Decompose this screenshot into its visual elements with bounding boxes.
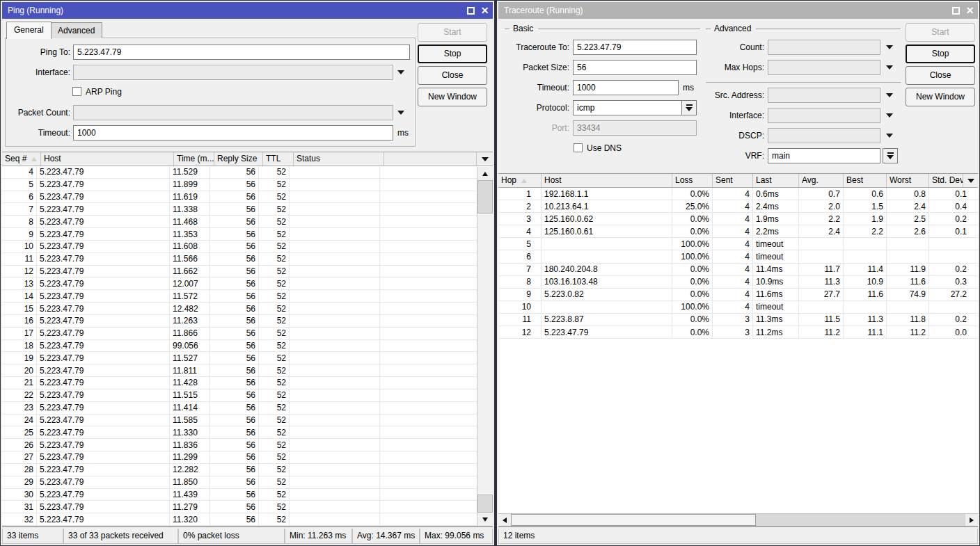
table-row[interactable]: 6100.0%4timeout (498, 250, 978, 263)
traceroute-to-input[interactable] (573, 40, 697, 55)
protocol-input[interactable] (573, 100, 682, 115)
src-address-dropdown-icon[interactable] (886, 93, 893, 97)
table-row[interactable]: 135.223.47.7912.0075652 (2, 278, 493, 290)
table-row[interactable]: 210.213.64.125.0%42.4ms2.01.52.40.4 (498, 200, 978, 213)
dscp-dropdown-icon[interactable] (886, 134, 893, 138)
timeout-input[interactable] (73, 125, 393, 140)
scrollbar-thumb[interactable] (511, 514, 756, 526)
ping-to-input[interactable] (73, 45, 410, 60)
table-row[interactable]: 7180.240.204.80.0%411.4ms11.711.411.90.2 (498, 264, 978, 276)
timeout-input[interactable] (573, 80, 679, 95)
table-row[interactable]: 1192.168.1.10.0%40.6ms0.70.60.80.1 (498, 188, 978, 200)
table-row[interactable]: 235.223.47.7911.4145652 (2, 402, 493, 415)
maximize-icon[interactable] (951, 6, 961, 16)
table-row[interactable]: 115.223.8.870.0%311.3ms11.511.311.80.2 (498, 314, 978, 326)
table-row[interactable]: 75.223.47.7911.3385652 (2, 203, 493, 216)
table-row[interactable]: 85.223.47.7911.4685652 (2, 216, 493, 228)
table-row[interactable]: 8103.16.103.480.0%410.9ms11.310.911.60.3 (498, 276, 978, 289)
interface-dropdown-icon[interactable] (886, 113, 893, 118)
table-row[interactable]: 165.223.47.7911.2635652 (2, 315, 493, 328)
table-row[interactable]: 225.223.47.7911.5155652 (2, 390, 493, 402)
column-header-host[interactable]: Host (542, 174, 672, 187)
ping-titlebar[interactable]: Ping (Running) ✕ (2, 2, 493, 19)
table-row[interactable]: 45.223.47.7911.5295652 (2, 166, 493, 179)
table-row[interactable]: 55.223.47.7911.8995652 (2, 179, 493, 191)
scrollbar-track[interactable] (477, 214, 493, 495)
scroll-left-icon[interactable] (498, 514, 511, 526)
column-header-time[interactable]: Time (m... (174, 152, 214, 166)
new-window-button[interactable]: New Window (906, 88, 975, 106)
table-row[interactable]: 245.223.47.7911.5855652 (2, 415, 493, 427)
close-icon[interactable]: ✕ (965, 6, 975, 16)
tab-general[interactable]: General (6, 22, 52, 39)
column-filter-button[interactable] (477, 152, 493, 166)
column-header-loss[interactable]: Loss (672, 174, 713, 187)
traceroute-horizontal-scrollbar[interactable] (498, 513, 978, 526)
column-header-avg[interactable]: Avg. (799, 174, 844, 187)
table-row[interactable]: 4125.160.0.610.0%42.2ms2.42.22.60.1 (498, 225, 978, 238)
table-row[interactable]: 10100.0%4timeout (498, 301, 978, 314)
column-header-std-dev[interactable]: Std. Dev. (929, 174, 963, 187)
table-row[interactable]: 205.223.47.7911.8115652 (2, 364, 493, 377)
vrf-input[interactable] (768, 148, 880, 163)
scrollbar-track[interactable] (756, 514, 965, 526)
table-row[interactable]: 255.223.47.7911.3305652 (2, 426, 493, 439)
table-row[interactable]: 175.223.47.7911.8665652 (2, 328, 493, 340)
table-row[interactable]: 195.223.47.7911.5275652 (2, 352, 493, 364)
packet-count-dropdown-icon[interactable] (397, 111, 404, 115)
table-row[interactable]: 185.223.47.7999.0565652 (2, 340, 493, 353)
protocol-combo-icon[interactable] (681, 100, 697, 115)
table-row[interactable]: 155.223.47.7912.4825652 (2, 303, 493, 315)
scrollbar-block[interactable] (477, 495, 493, 513)
close-button[interactable]: Close (906, 66, 975, 85)
column-header-host[interactable]: Host (41, 152, 174, 166)
table-row[interactable]: 5100.0%4timeout (498, 238, 978, 250)
table-row[interactable]: 115.223.47.7911.5665652 (2, 253, 493, 266)
interface-dropdown-icon[interactable] (397, 70, 404, 74)
vrf-combo-icon[interactable] (883, 148, 898, 163)
max-hops-dropdown-icon[interactable] (886, 65, 893, 70)
table-row[interactable]: 325.223.47.7911.3205652 (2, 513, 493, 526)
table-row[interactable]: 3125.160.0.620.0%41.9ms2.21.92.50.2 (498, 213, 978, 225)
scroll-down-icon[interactable] (477, 513, 493, 526)
column-header-reply-size[interactable]: Reply Size (214, 152, 263, 166)
scroll-right-icon[interactable] (965, 514, 978, 526)
tab-advanced[interactable]: Advanced (50, 22, 102, 38)
table-row[interactable]: 285.223.47.7912.2825652 (2, 464, 493, 476)
scroll-up-icon[interactable] (477, 167, 493, 180)
table-row[interactable]: 65.223.47.7911.6195652 (2, 191, 493, 204)
table-row[interactable]: 95.223.47.7911.3535652 (2, 228, 493, 241)
table-row[interactable]: 275.223.47.7911.2995652 (2, 451, 493, 464)
table-row[interactable]: 125.223.47.790.0%311.2ms11.211.111.20.0 (498, 326, 978, 339)
ping-vertical-scrollbar[interactable] (477, 167, 493, 526)
table-row[interactable]: 125.223.47.7911.6625652 (2, 266, 493, 278)
table-row[interactable]: 265.223.47.7911.8365652 (2, 439, 493, 451)
scrollbar-thumb[interactable] (477, 180, 493, 214)
column-header-seq[interactable]: Seq # (2, 152, 41, 166)
table-row[interactable]: 295.223.47.7911.8505652 (2, 476, 493, 489)
column-header-worst[interactable]: Worst (887, 174, 929, 187)
use-dns-checkbox[interactable] (574, 143, 583, 152)
stop-button[interactable]: Stop (906, 45, 975, 63)
count-dropdown-icon[interactable] (886, 45, 893, 49)
close-icon[interactable]: ✕ (480, 6, 490, 16)
traceroute-titlebar[interactable]: Traceroute (Running) ✕ (498, 2, 978, 19)
column-header-hop[interactable]: Hop (498, 174, 542, 187)
column-header-status[interactable]: Status (294, 152, 384, 166)
table-row[interactable]: 105.223.47.7911.6085652 (2, 241, 493, 253)
new-window-button[interactable]: New Window (418, 88, 487, 106)
stop-button[interactable]: Stop (418, 45, 487, 63)
table-row[interactable]: 315.223.47.7911.2795652 (2, 501, 493, 513)
column-header-ttl[interactable]: TTL (263, 152, 294, 166)
arp-ping-checkbox[interactable] (72, 87, 81, 96)
column-header-best[interactable]: Best (844, 174, 887, 187)
packet-size-input[interactable] (573, 60, 697, 75)
table-row[interactable]: 145.223.47.7911.5725652 (2, 290, 493, 303)
table-row[interactable]: 305.223.47.7911.4395652 (2, 489, 493, 501)
close-button[interactable]: Close (418, 66, 487, 85)
table-row[interactable]: 215.223.47.7911.4285652 (2, 377, 493, 390)
column-header-sent[interactable]: Sent (713, 174, 753, 187)
maximize-icon[interactable] (466, 6, 476, 16)
table-row[interactable]: 95.223.0.820.0%411.6ms27.711.674.927.2 (498, 289, 978, 301)
column-filter-button[interactable] (963, 174, 978, 187)
